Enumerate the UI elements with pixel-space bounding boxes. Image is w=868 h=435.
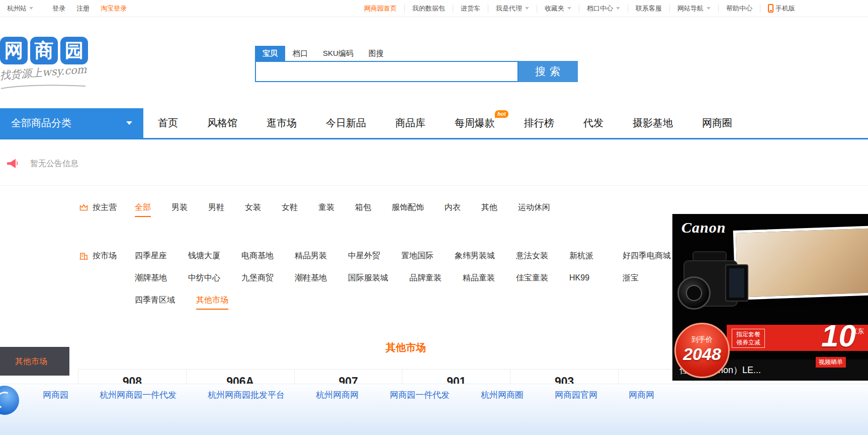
market-item[interactable]: 四季青区域: [135, 295, 175, 310]
filter-main-all[interactable]: 全部: [135, 202, 151, 217]
footer-link[interactable]: 杭州网商园一件代发: [100, 389, 177, 401]
filter-main-other[interactable]: 其他: [481, 202, 497, 217]
nav-item-ranking[interactable]: 排行榜: [509, 108, 569, 138]
market-item[interactable]: 象纬男装城: [455, 251, 495, 261]
market-item-selected[interactable]: 其他市场: [196, 295, 228, 310]
canon-ad-banner[interactable]: Canon 指定套餐 领券立减 10 京东 到手价 2048 视频晒单 佳能（C…: [672, 214, 868, 381]
taobao-login-link[interactable]: 淘宝登录: [101, 4, 127, 13]
market-item[interactable]: 浙宝: [623, 273, 655, 283]
market-items: 四季星座 钱塘大厦 电商基地 精品男装 中星外贸 置地国际 象纬男装城 意法女装…: [135, 251, 729, 322]
ad-promo-banner: 指定套餐 领券立减 10 京东: [727, 325, 868, 351]
market-item[interactable]: 潮鞋基地: [295, 273, 327, 283]
nav-item-product-library[interactable]: 商品库: [381, 108, 440, 138]
contact-service-link[interactable]: 联系客服: [628, 5, 669, 13]
footer-links: 网商园 杭州网商园一件代发 杭州网商园批发平台 杭州网商网 网商园一件代发 杭州…: [0, 384, 868, 401]
mobile-version-label: 手机版: [775, 4, 795, 13]
search-tab-item[interactable]: 宝贝: [255, 46, 285, 61]
nav-item-merchant-circle[interactable]: 网商圈: [687, 108, 747, 138]
my-data-package-link[interactable]: 我的数据包: [404, 5, 453, 13]
filter-main-bags[interactable]: 箱包: [355, 202, 371, 217]
stall-center-menu[interactable]: 档口中心: [579, 5, 628, 13]
ad-price-value: 2048: [676, 344, 728, 364]
logo-char: 商: [30, 37, 58, 64]
filter-main-menswear[interactable]: 男装: [171, 202, 188, 217]
nav-item-markets[interactable]: 逛市场: [252, 108, 311, 138]
market-item[interactable]: 意法女装: [516, 251, 548, 261]
ad-video-review-tag: 视频晒单: [816, 357, 846, 368]
filter-main-accessories[interactable]: 服饰配饰: [392, 202, 424, 217]
main-business-items: 全部 男装 男鞋 女装 女鞋 童装 箱包 服饰配饰 内衣 其他 运动休闲: [135, 202, 571, 217]
site-nav-menu-label: 网站导航: [677, 4, 704, 13]
search-tab-sku[interactable]: SKU编码: [315, 46, 361, 61]
market-item[interactable]: 国际服装城: [348, 273, 388, 283]
site-nav-menu[interactable]: 网站导航: [669, 5, 718, 13]
register-link[interactable]: 注册: [76, 4, 90, 13]
nav-item-photo-base[interactable]: 摄影基地: [618, 108, 687, 138]
home-link[interactable]: 网商园首页: [357, 5, 404, 13]
ad-price-label: 到手价: [676, 335, 728, 344]
market-item[interactable]: 潮牌基地: [135, 273, 167, 283]
mobile-version-link[interactable]: 手机版: [760, 5, 803, 13]
market-item[interactable]: 置地国际: [401, 251, 433, 261]
footer-link[interactable]: 网商园一件代发: [390, 389, 450, 401]
filter-main-underwear[interactable]: 内衣: [445, 202, 461, 217]
side-tab-other-markets[interactable]: 其他市场: [0, 347, 69, 376]
site-logo[interactable]: 网 商 园 找货源上wsy.com: [0, 37, 88, 92]
cart-link[interactable]: 进货车: [453, 5, 488, 13]
footer-link[interactable]: 网商网: [629, 389, 654, 401]
filter-main-sports[interactable]: 运动休闲: [518, 202, 550, 217]
market-item[interactable]: 佳宝童装: [516, 273, 548, 283]
market-item[interactable]: 中星外贸: [348, 251, 380, 261]
market-item[interactable]: 中纺中心: [188, 273, 220, 283]
crown-icon: [79, 203, 89, 212]
filter-label-market-text: 按市场: [93, 251, 117, 261]
footer-link[interactable]: 杭州网商园批发平台: [208, 389, 285, 401]
nav-item-home[interactable]: 首页: [143, 108, 193, 138]
footer-link[interactable]: 网商园: [43, 389, 68, 401]
search-input[interactable]: [255, 61, 518, 82]
market-item[interactable]: 好四季电商城: [623, 251, 671, 261]
camcorder-lens: [677, 276, 711, 310]
market-item[interactable]: HK99: [569, 273, 601, 283]
agent-menu[interactable]: 我是代理: [488, 5, 537, 13]
footer-bar: 网商园 杭州网商园一件代发 杭州网商园批发平台 杭州网商网 网商园一件代发 杭州…: [0, 384, 868, 435]
chevron-down-icon: [707, 7, 711, 10]
search-tabs: 宝贝 档口 SKU编码 图搜: [255, 46, 578, 61]
footer-link[interactable]: 杭州网商网: [316, 389, 359, 401]
nav-item-dropship[interactable]: 代发: [569, 108, 618, 138]
site-selector[interactable]: 杭州站: [7, 4, 33, 13]
search-tab-image[interactable]: 图搜: [361, 46, 391, 61]
logo-swoosh: [0, 84, 86, 90]
favorites-menu[interactable]: 收藏夹: [537, 5, 579, 13]
market-item[interactable]: 四季星座: [135, 251, 167, 261]
logo-char: 园: [60, 37, 88, 64]
market-row: 四季星座 钱塘大厦 电商基地 精品男装 中星外贸 置地国际 象纬男装城 意法女装…: [135, 251, 729, 261]
nav-item-style-hall[interactable]: 风格馆: [193, 108, 252, 138]
market-item[interactable]: 品牌童装: [409, 273, 442, 283]
megaphone-icon: [6, 158, 18, 169]
footer-link[interactable]: 网商园官网: [555, 389, 597, 401]
site-selector-label: 杭州站: [7, 4, 27, 13]
jd-store-label: 京东: [851, 327, 864, 336]
all-categories-button[interactable]: 全部商品分类: [0, 108, 143, 138]
search-button[interactable]: 搜索: [518, 61, 578, 82]
filter-main-kidswear[interactable]: 童装: [318, 202, 334, 217]
filter-main-womenswear[interactable]: 女装: [245, 202, 261, 217]
nav-item-weekly-hot[interactable]: 每周爆款 hot: [440, 108, 509, 138]
filter-main-mens-shoes[interactable]: 男鞋: [208, 202, 224, 217]
market-item[interactable]: 新杭派: [569, 251, 601, 261]
logo-tagline: 找货源上wsy.com: [0, 62, 89, 83]
market-item[interactable]: 钱塘大厦: [188, 251, 220, 261]
nav-item-new-today[interactable]: 今日新品: [311, 108, 381, 138]
market-item[interactable]: 电商基地: [241, 251, 274, 261]
help-center-link[interactable]: 帮助中心: [718, 5, 760, 13]
filter-main-womens-shoes[interactable]: 女鞋: [282, 202, 298, 217]
footer-link[interactable]: 杭州网商圈: [481, 389, 524, 401]
market-item[interactable]: 精品男装: [295, 251, 327, 261]
top-utility-bar: 杭州站 登录 注册 淘宝登录 网商园首页 我的数据包 进货车 我是代理 收藏夹 …: [0, 0, 868, 17]
market-item[interactable]: 九堡商贸: [241, 273, 274, 283]
search-tab-stall[interactable]: 档口: [285, 46, 315, 61]
market-item[interactable]: 精品童装: [463, 273, 495, 283]
all-categories-label: 全部商品分类: [11, 116, 71, 130]
login-link[interactable]: 登录: [52, 4, 65, 13]
